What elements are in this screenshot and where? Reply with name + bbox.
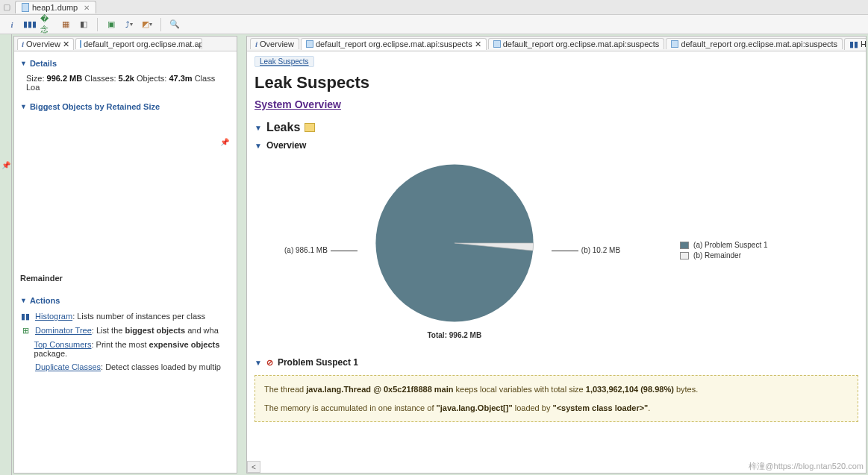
histogram-button[interactable]: ▮▮▮	[22, 17, 37, 32]
action-link[interactable]: Dominator Tree	[35, 326, 92, 335]
watermark: 梓潼@https://blog.ntan520.com	[749, 461, 864, 472]
tab-histogram[interactable]: ▮▮Histogram	[844, 38, 866, 50]
pie-legend: (a) Problem Suspect 1 (b) Remainder	[680, 239, 768, 262]
problem-suspect-box: The thread java.lang.Thread @ 0x5c21f888…	[255, 375, 858, 422]
left-gutter: 📌	[0, 34, 12, 475]
tab-report-1[interactable]: default_report org.eclipse.mat.api:suspe…	[301, 38, 487, 50]
back-button[interactable]: <	[247, 461, 260, 473]
tab-overview-label: Overview	[26, 40, 60, 48]
breadcrumb: Leak Suspects	[255, 56, 314, 67]
legend-swatch-icon	[680, 242, 689, 249]
twistie-icon: ▼	[255, 142, 262, 150]
details-section: ▼ Details Size: 996.2 MB Classes: 5.2k O…	[14, 51, 237, 268]
twistie-icon: ▼	[255, 124, 262, 132]
heapdump-icon	[22, 3, 29, 12]
close-icon[interactable]: ✕	[475, 40, 481, 49]
info-icon: i	[22, 40, 24, 48]
pin-icon[interactable]: 📌	[220, 138, 229, 146]
restore-icon[interactable]: ▢	[3, 2, 10, 12]
histogram-icon: ▮▮	[20, 312, 31, 321]
report-icon	[80, 40, 81, 48]
toolbar-separator	[160, 18, 161, 31]
export-button[interactable]: ⤴▾	[122, 17, 137, 32]
action-histogram[interactable]: ▮▮ Histogram: Lists number of instances …	[20, 309, 231, 324]
biggest-objects-header[interactable]: ▼ Biggest Objects by Retained Size	[20, 98, 231, 116]
tab-report-3[interactable]: default_report org.eclipse.mat.api:suspe…	[666, 38, 843, 49]
editor-tabbar: ▢ heap1.dump ✕	[0, 0, 868, 15]
remainder-label: Remainder	[14, 268, 237, 289]
detail-button[interactable]: ◧	[76, 17, 91, 32]
toolbar-separator	[97, 18, 98, 31]
twistie-icon: ▼	[20, 297, 27, 304]
details-header[interactable]: ▼ Details	[20, 54, 231, 72]
problem-text-2: The memory is accumulated in one instanc…	[264, 402, 849, 415]
right-tabbar: iOverview default_report org.eclipse.mat…	[247, 37, 866, 51]
histogram-icon: ▮▮	[849, 40, 858, 49]
group-button[interactable]: ▦	[58, 17, 73, 32]
tree-icon: ⊞	[20, 326, 31, 336]
action-link[interactable]: Duplicate Classes	[35, 362, 101, 371]
blank-icon	[20, 362, 31, 371]
search-button[interactable]: 🔍	[167, 17, 182, 32]
actions-header[interactable]: ▼ Actions	[20, 292, 231, 309]
twistie-icon: ▼	[20, 60, 27, 67]
pie-chart: Total: 996.2 MB	[372, 161, 537, 339]
tab-overview[interactable]: i Overview ✕	[17, 38, 74, 50]
page-title: Leak Suspects	[255, 73, 858, 92]
pie-chart-area: (a) 986.1 MB Total: 996.2 MB (b) 10.2 MB	[255, 154, 858, 347]
problem-suspect-header[interactable]: ▼ ⊘ Problem Suspect 1	[255, 357, 858, 368]
pie-label-b: (b) 10.2 MB	[552, 246, 620, 254]
pin-icon[interactable]: 📌	[1, 161, 10, 169]
tab-overview[interactable]: iOverview	[250, 38, 299, 49]
legend-item-b: (b) Remainder	[680, 251, 768, 259]
problem-text-1: The thread java.lang.Thread @ 0x5c21f888…	[264, 383, 849, 396]
action-duplicate-classes[interactable]: Duplicate Classes: Detect classes loaded…	[20, 360, 231, 374]
dropdown-button[interactable]: ◩▾	[140, 17, 154, 32]
workarea: 📌 i Overview ✕ default_report org.eclips…	[0, 34, 868, 475]
legend-swatch-icon	[680, 252, 689, 259]
tab-report-2[interactable]: default_report org.eclipse.mat.api:suspe…	[488, 38, 665, 49]
folder-icon	[305, 123, 315, 132]
pie-total-label: Total: 996.2 MB	[372, 331, 537, 339]
close-icon[interactable]: ✕	[63, 40, 69, 49]
leaks-header[interactable]: ▼ Leaks	[255, 121, 858, 134]
report-icon	[306, 40, 313, 48]
file-tab-heap1[interactable]: heap1.dump ✕	[15, 1, 96, 13]
error-icon: ⊘	[266, 358, 273, 368]
report-icon	[671, 40, 678, 48]
left-tabbar: i Overview ✕ default_report org.eclipse.…	[14, 37, 237, 51]
report-icon	[493, 40, 501, 48]
toolbar: i ▮▮▮ �念 ▦ ◧ ▣ ⤴▾ ◩▾ 🔍	[0, 15, 868, 34]
info-button[interactable]: i	[4, 17, 19, 32]
overview-pane: i Overview ✕ default_report org.eclipse.…	[13, 36, 237, 474]
tab-default-report-label: default_report org.eclipse.mat.api:	[84, 40, 202, 48]
system-overview-link[interactable]: System Overview	[255, 98, 341, 110]
save-button[interactable]: ▣	[104, 17, 119, 32]
tree-button[interactable]: �念	[40, 17, 55, 32]
twistie-icon: ▼	[20, 103, 27, 110]
blank-icon	[20, 340, 29, 358]
file-tab-label: heap1.dump	[32, 3, 78, 12]
report-body: Leak Suspects Leak Suspects System Overv…	[247, 51, 866, 473]
actions-section: ▼ Actions ▮▮ Histogram: Lists number of …	[14, 289, 237, 377]
action-link[interactable]: Top Consumers	[34, 340, 91, 349]
info-icon: i	[255, 40, 257, 48]
details-body: Size: 996.2 MB Classes: 5.2k Objects: 47…	[20, 72, 231, 98]
action-dominator-tree[interactable]: ⊞ Dominator Tree: List the biggest objec…	[20, 324, 231, 338]
overview-header[interactable]: ▼ Overview	[255, 140, 858, 151]
legend-item-a: (a) Problem Suspect 1	[680, 241, 768, 249]
action-top-consumers[interactable]: Top Consumers: Print the most expensive …	[20, 338, 231, 360]
breadcrumb-link[interactable]: Leak Suspects	[260, 57, 309, 66]
pie-label-a: (a) 986.1 MB	[284, 246, 357, 254]
report-pane: iOverview default_report org.eclipse.mat…	[246, 36, 867, 474]
action-link[interactable]: Histogram	[35, 312, 72, 321]
close-tab-icon[interactable]: ✕	[84, 4, 90, 12]
tab-default-report[interactable]: default_report org.eclipse.mat.api:	[75, 38, 202, 49]
biggest-objects-body: 📌	[20, 116, 231, 265]
twistie-icon: ▼	[255, 359, 262, 367]
